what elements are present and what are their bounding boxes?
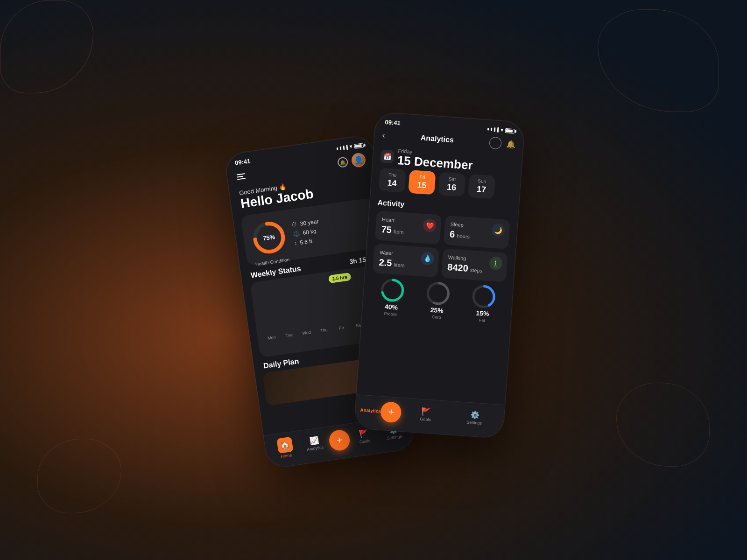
pill-day: Sat	[449, 176, 456, 182]
bar-group-thu: Thu	[316, 326, 331, 334]
date-pill-thu[interactable]: Thu 14	[378, 168, 406, 193]
nutrition-pct: 40%	[385, 302, 398, 311]
goals-label-right: Goals	[420, 417, 431, 422]
nav-settings-label: Settings	[387, 434, 402, 441]
nav-goals-right[interactable]: 🚩 Goals	[401, 406, 451, 423]
nutrition-row: 40% Protein 25% Carb 15% Fat	[370, 276, 506, 324]
calendar-date-info: Friday 15 December	[397, 148, 473, 172]
nutrition-item-carb: 25% Carb	[416, 280, 460, 321]
card-value: 2.5	[379, 257, 392, 268]
nav-plus-right[interactable]: +	[380, 401, 402, 423]
activity-card-walking[interactable]: Walking 8420 steps 🚶	[441, 248, 508, 282]
signal-bar-4	[346, 145, 348, 150]
bar-group-mon: Mon	[264, 333, 279, 341]
nav-analytics-left[interactable]: 📈 Analytics	[299, 434, 330, 453]
hamburger-menu[interactable]	[237, 173, 246, 180]
bar-track	[269, 334, 273, 335]
bar-track	[322, 327, 325, 327]
bar-fill	[322, 327, 325, 327]
weight-icon: ⚖️	[293, 230, 301, 238]
card-value: 6	[450, 229, 456, 239]
pill-num: 15	[417, 180, 427, 190]
decorative-blob-tl	[0, 0, 93, 93]
calendar-icon: 📅	[381, 150, 395, 164]
r-signal-4	[497, 127, 499, 133]
nav-plus-button[interactable]: +	[328, 428, 351, 452]
goals-icon-right: 🚩	[421, 407, 431, 416]
decorative-blob-tr	[598, 9, 719, 112]
weight-value: 60 kg	[303, 228, 317, 236]
health-donut: 75% Health Condition	[248, 217, 290, 259]
time-left: 09:41	[234, 157, 251, 166]
battery-icon-right	[505, 128, 515, 133]
pill-num: 14	[387, 178, 397, 188]
signal-bar-3	[343, 146, 345, 150]
bar-fill	[287, 332, 290, 332]
bar-label: Tue	[285, 332, 293, 338]
bell-right[interactable]: 🔔	[506, 140, 515, 149]
nutrition-pct: 15%	[476, 309, 489, 317]
r-signal-3	[494, 127, 496, 132]
date-pill-sun[interactable]: Sun 17	[468, 174, 495, 199]
goals-icon: 🚩	[359, 429, 369, 439]
bell-button[interactable]: 🔔	[337, 156, 349, 168]
pill-day: Fri	[419, 174, 425, 180]
height-icon: ↕	[294, 240, 297, 247]
user-avatar[interactable]: 👤	[351, 152, 366, 168]
nutrition-donut	[380, 277, 406, 303]
nutrition-label: Carb	[432, 315, 441, 320]
r-signal-1	[487, 128, 489, 130]
signal-bar-1	[337, 147, 338, 150]
daily-plan-title: Daily Plan	[263, 357, 299, 370]
height-value: 5.6 ft	[299, 238, 312, 246]
wifi-icon-left: ▾	[349, 144, 353, 150]
bar-fill	[357, 322, 360, 322]
nutrition-donut	[425, 280, 451, 307]
nav-home[interactable]: 🏠 Home	[269, 435, 301, 460]
back-button[interactable]: ‹	[382, 130, 385, 140]
age-icon: ⏱	[291, 221, 298, 229]
calendar-section: 📅 Friday 15 December Thu 14 Fri 15 Sat 1…	[371, 143, 522, 205]
nav-analytics-active[interactable]: Analytics	[360, 407, 381, 414]
nutrition-pct: 25%	[430, 306, 444, 314]
activity-card-heart[interactable]: Heart 75 bpm ❤️	[375, 210, 442, 245]
pill-day: Thu	[388, 172, 397, 177]
nav-goals[interactable]: 🚩 Goals	[349, 427, 380, 446]
activity-card-water[interactable]: Water 2.5 liters 💧	[373, 244, 439, 278]
nav-settings-right[interactable]: ⚙️ Settings	[450, 409, 500, 427]
decorative-blob-br	[616, 383, 710, 467]
phone-right-screen: 09:41 ▾ ‹ Analytics 🔔	[354, 112, 525, 439]
nav-analytics-label: Analytics	[307, 445, 324, 452]
card-unit: hours	[457, 233, 470, 239]
battery-icon-left	[354, 143, 364, 149]
analytics-page-title: Analytics	[420, 133, 454, 144]
bar-track	[287, 332, 290, 332]
phone-right: 09:41 ▾ ‹ Analytics 🔔	[354, 112, 525, 439]
pill-num: 16	[447, 182, 457, 192]
nutrition-label: Protein	[384, 311, 397, 316]
bar-group-tue: Tue	[282, 331, 297, 338]
nutrition-item-protein: 40% Protein	[370, 276, 415, 317]
pill-day: Sun	[478, 178, 486, 184]
nutrition-donut	[471, 283, 497, 309]
card-value: 75	[381, 224, 392, 235]
activity-card-sleep[interactable]: Sleep 6 hours 🌙	[444, 215, 510, 249]
date-pill-fri[interactable]: Fri 15	[408, 169, 436, 195]
search-circle-button[interactable]	[489, 137, 502, 150]
date-pill-sat[interactable]: Sat 16	[438, 172, 465, 197]
nav-goals-label: Goals	[359, 438, 371, 444]
bar-track	[357, 322, 360, 322]
card-unit: liters	[394, 262, 405, 268]
nav-home-label: Home	[281, 453, 292, 459]
nutrition-item-fat: 15% Fat	[461, 283, 506, 324]
age-value: 30 year	[300, 218, 319, 227]
analytics-icon: 📈	[309, 436, 319, 446]
health-stats: ⏱ 30 year ⚖️ 60 kg ↕ 5.6 ft	[291, 211, 372, 247]
bar-fill	[304, 329, 308, 330]
signal-bar-2	[340, 147, 342, 150]
bar-label: Fri	[338, 325, 344, 330]
settings-icon-right: ⚙️	[470, 410, 479, 420]
decorative-blob-bl	[37, 439, 121, 513]
bar-track	[339, 324, 343, 325]
settings-label-right: Settings	[466, 420, 482, 426]
